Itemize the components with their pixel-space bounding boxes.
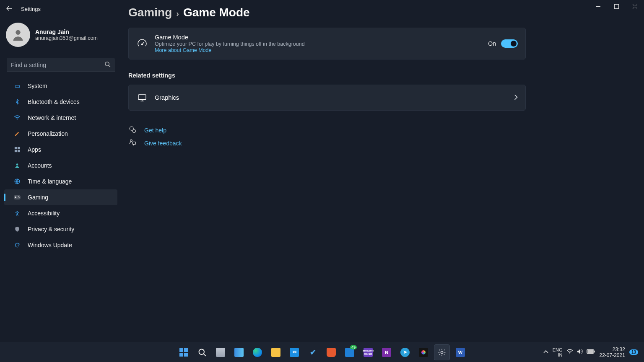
battery-icon: [587, 349, 595, 356]
svg-rect-24: [132, 142, 136, 145]
sidebar-item-time-language[interactable]: Time & language: [4, 173, 117, 189]
notification-count[interactable]: 13: [629, 349, 638, 355]
svg-point-16: [18, 197, 19, 197]
windows-logo-icon: [179, 348, 188, 357]
svg-point-28: [570, 354, 571, 354]
get-help-link[interactable]: Get help: [128, 126, 623, 134]
taskbar-widgets-button[interactable]: [231, 344, 247, 360]
display-icon: [136, 92, 148, 103]
give-feedback-link[interactable]: Give feedback: [128, 139, 623, 147]
nav-list: ▭ System Bluetooth & devices Network & i…: [0, 78, 122, 253]
sidebar-item-label: Network & internet: [28, 114, 76, 121]
sidebar-item-label: Privacy & security: [28, 226, 74, 233]
person-icon: [13, 162, 21, 169]
svg-rect-11: [18, 150, 20, 152]
system-tray[interactable]: [566, 349, 595, 356]
taskbar-start-button[interactable]: [176, 344, 192, 360]
svg-point-5: [105, 62, 109, 65]
taskbar-search-button[interactable]: [194, 344, 210, 360]
taskbar-right: ENG IN 23:32 22-07-2021 13: [543, 346, 644, 358]
sidebar-item-network[interactable]: Network & internet: [4, 110, 117, 126]
taskbar-app-onenote[interactable]: N: [379, 344, 395, 360]
card-description: Optimize your PC for play by turning thi…: [155, 41, 488, 47]
sidebar-item-apps[interactable]: Apps: [4, 142, 117, 158]
svg-point-23: [130, 140, 132, 142]
accessibility-icon: [13, 209, 21, 217]
svg-point-18: [17, 211, 18, 212]
clock[interactable]: 23:32 22-07-2021: [599, 346, 625, 358]
taskbar-app-telegram[interactable]: ➤: [397, 344, 413, 360]
avatar: [6, 23, 30, 47]
taskbar-app-resolve[interactable]: [415, 344, 431, 360]
svg-point-4: [16, 30, 20, 35]
search-input[interactable]: [11, 62, 104, 68]
taskbar-app-settings[interactable]: [434, 344, 450, 360]
svg-rect-31: [588, 350, 593, 353]
link-label: Give feedback: [144, 140, 182, 147]
taskbar-app-brave[interactable]: [323, 344, 339, 360]
svg-line-26: [204, 354, 206, 356]
taskbar-app-explorer[interactable]: [268, 344, 284, 360]
sidebar-item-label: Time & language: [28, 178, 72, 185]
chevron-right-icon: ›: [176, 9, 179, 18]
svg-rect-20: [138, 95, 146, 100]
svg-line-6: [109, 65, 110, 67]
svg-point-25: [199, 349, 205, 354]
svg-point-22: [132, 129, 136, 133]
lang-bottom: IN: [553, 352, 563, 357]
breadcrumb-parent[interactable]: Gaming: [128, 6, 172, 19]
sidebar-item-bluetooth[interactable]: Bluetooth & devices: [4, 94, 117, 110]
card-title: Game Mode: [155, 34, 488, 41]
wifi-icon: [566, 349, 573, 356]
sidebar-item-accessibility[interactable]: Accessibility: [4, 205, 117, 221]
link-label: Get help: [144, 127, 166, 134]
sidebar-item-label: Personalization: [28, 130, 68, 137]
sidebar-item-label: Accounts: [28, 162, 52, 169]
taskbar-app-yourphone[interactable]: 49: [342, 344, 358, 360]
lang-indicator[interactable]: ENG IN: [553, 347, 563, 357]
brush-icon: [13, 130, 21, 137]
sidebar-item-personalization[interactable]: Personalization: [4, 126, 117, 142]
svg-rect-15: [15, 197, 16, 197]
svg-point-12: [16, 163, 18, 165]
apps-icon: [13, 146, 21, 153]
badge-count: 49: [350, 345, 357, 349]
taskbar-app-word[interactable]: W: [452, 344, 468, 360]
taskbar-taskview-button[interactable]: [213, 344, 229, 360]
sidebar-item-label: Bluetooth & devices: [28, 98, 80, 105]
desktop-icon: ▭: [13, 82, 21, 90]
lang-top: ENG: [553, 347, 563, 352]
sidebar-item-label: Accessibility: [28, 210, 60, 217]
game-mode-toggle[interactable]: [501, 39, 518, 48]
sidebar-item-gaming[interactable]: Gaming: [4, 189, 117, 205]
speed-icon: [136, 38, 148, 49]
toggle-state-label: On: [488, 40, 496, 47]
related-item-graphics[interactable]: Graphics: [128, 85, 526, 111]
more-about-link[interactable]: More about Game Mode: [155, 47, 488, 53]
tray-overflow-button[interactable]: [543, 349, 548, 355]
close-button[interactable]: [626, 0, 644, 13]
taskbar-app-edge[interactable]: [249, 344, 265, 360]
taskbar: ✉ ✔ 49 amazonmusic N ➤ W: [0, 342, 644, 362]
sidebar-item-system[interactable]: ▭ System: [4, 78, 117, 94]
svg-point-19: [142, 44, 143, 45]
update-icon: [13, 241, 21, 249]
sidebar-item-accounts[interactable]: Accounts: [4, 158, 117, 173]
search-icon: [104, 61, 111, 69]
user-email: anuragjain353@gmail.com: [35, 35, 98, 41]
taskbar-app-amazonmusic[interactable]: amazonmusic: [360, 344, 376, 360]
taskbar-app-mail[interactable]: ✉: [286, 344, 302, 360]
taskbar-app-todo[interactable]: ✔: [305, 344, 321, 360]
sidebar-item-privacy[interactable]: Privacy & security: [4, 221, 117, 237]
wifi-icon: [13, 114, 21, 122]
main-content: Gaming › Game Mode Game Mode Optimize yo…: [128, 4, 623, 339]
search-box[interactable]: [7, 58, 115, 72]
user-block[interactable]: Anurag Jain anuragjain353@gmail.com: [0, 20, 122, 52]
globe-icon: [13, 178, 21, 185]
sidebar-item-windows-update[interactable]: Windows Update: [4, 237, 117, 253]
breadcrumb: Gaming › Game Mode: [128, 6, 623, 19]
help-icon: [128, 126, 137, 134]
taskbar-center: ✉ ✔ 49 amazonmusic N ➤ W: [176, 344, 468, 360]
clock-time: 23:32: [599, 346, 625, 352]
sidebar-item-label: Apps: [28, 146, 41, 153]
